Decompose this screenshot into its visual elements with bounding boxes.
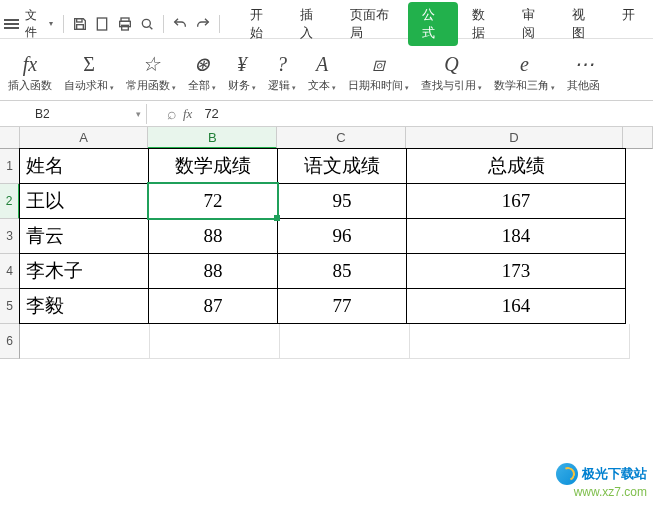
spreadsheet[interactable]: ABCD 1姓名数学成绩语文成绩总成绩2王以72951673青云88961844… xyxy=(0,127,653,359)
new-icon[interactable] xyxy=(92,13,112,35)
ribbon-icon: ? xyxy=(277,50,287,78)
watermark-logo-icon xyxy=(556,463,578,485)
cell[interactable]: 85 xyxy=(277,253,407,289)
ribbon-label: 财务 xyxy=(228,78,256,93)
cell[interactable]: 语文成绩 xyxy=(277,148,407,184)
fill-handle[interactable] xyxy=(274,215,280,221)
formula-input[interactable] xyxy=(198,106,498,121)
ribbon-插入函数[interactable]: fx插入函数 xyxy=(2,44,58,100)
fx-icon[interactable]: fx xyxy=(183,106,192,122)
col-header-A[interactable]: A xyxy=(20,127,149,149)
ribbon-数学和三角[interactable]: e数学和三角 xyxy=(488,44,561,100)
cell[interactable] xyxy=(410,324,630,359)
watermark: 极光下载站 www.xz7.com xyxy=(556,463,647,499)
svg-point-6 xyxy=(142,19,150,27)
print-icon[interactable] xyxy=(114,13,134,35)
ribbon-icon: ⋯ xyxy=(574,50,594,78)
row-header-4[interactable]: 4 xyxy=(0,254,20,289)
cell[interactable]: 青云 xyxy=(19,218,149,254)
cell[interactable]: 184 xyxy=(406,218,626,254)
ribbon-icon: fx xyxy=(23,50,37,78)
ribbon-label: 查找与引用 xyxy=(421,78,482,93)
ribbon-icon: ¥ xyxy=(237,50,247,78)
hamburger-icon[interactable] xyxy=(4,19,19,29)
formula-bar: ▾ ⌕ fx xyxy=(0,101,653,127)
tab-数据[interactable]: 数据 xyxy=(458,2,508,46)
cell[interactable]: 李毅 xyxy=(19,288,149,324)
ribbon-icon: A xyxy=(316,50,328,78)
ribbon-tabs: 开始插入页面布局公式数据审阅视图开 xyxy=(236,2,649,46)
undo-icon[interactable] xyxy=(170,13,190,35)
tab-公式[interactable]: 公式 xyxy=(408,2,458,46)
cell[interactable]: 88 xyxy=(148,253,278,289)
tab-开始[interactable]: 开始 xyxy=(236,2,286,46)
svg-rect-2 xyxy=(98,18,107,30)
ribbon-财务[interactable]: ¥财务 xyxy=(222,44,262,100)
row-header-2[interactable]: 2 xyxy=(0,184,20,219)
search-icon[interactable]: ⌕ xyxy=(167,105,177,123)
ribbon-逻辑[interactable]: ?逻辑 xyxy=(262,44,302,100)
cell[interactable]: 李木子 xyxy=(19,253,149,289)
cell[interactable]: 173 xyxy=(406,253,626,289)
col-header-D[interactable]: D xyxy=(406,127,624,149)
ribbon: fx插入函数Σ自动求和☆常用函数⊛全部¥财务?逻辑A文本⧇日期和时间Q查找与引用… xyxy=(0,39,653,101)
ribbon-查找与引用[interactable]: Q查找与引用 xyxy=(415,44,488,100)
cell[interactable]: 164 xyxy=(406,288,626,324)
ribbon-全部[interactable]: ⊛全部 xyxy=(182,44,222,100)
ribbon-日期和时间[interactable]: ⧇日期和时间 xyxy=(342,44,415,100)
ribbon-icon: ⊛ xyxy=(194,50,211,78)
ribbon-其他函[interactable]: ⋯其他函 xyxy=(561,44,606,100)
save-icon[interactable] xyxy=(70,13,90,35)
cell[interactable]: 77 xyxy=(277,288,407,324)
cell[interactable] xyxy=(150,324,280,359)
ribbon-自动求和[interactable]: Σ自动求和 xyxy=(58,44,120,100)
ribbon-label: 自动求和 xyxy=(64,78,114,93)
cell[interactable]: 88 xyxy=(148,218,278,254)
name-box[interactable] xyxy=(0,107,130,121)
cell[interactable]: 167 xyxy=(406,183,626,219)
tab-插入[interactable]: 插入 xyxy=(286,2,336,46)
ribbon-常用函数[interactable]: ☆常用函数 xyxy=(120,44,182,100)
ribbon-label: 数学和三角 xyxy=(494,78,555,93)
redo-icon[interactable] xyxy=(193,13,213,35)
cell[interactable]: 姓名 xyxy=(19,148,149,184)
cell[interactable] xyxy=(20,324,150,359)
row-header-3[interactable]: 3 xyxy=(0,219,20,254)
col-header[interactable] xyxy=(623,127,653,149)
cell[interactable] xyxy=(280,324,410,359)
row-header-5[interactable]: 5 xyxy=(0,289,20,324)
ribbon-icon: ☆ xyxy=(142,50,160,78)
cell[interactable]: 72 xyxy=(148,183,278,219)
tab-视图[interactable]: 视图 xyxy=(558,2,608,46)
preview-icon[interactable] xyxy=(137,13,157,35)
tab-审阅[interactable]: 审阅 xyxy=(508,2,558,46)
tab-页面布局[interactable]: 页面布局 xyxy=(336,2,408,46)
ribbon-label: 日期和时间 xyxy=(348,78,409,93)
ribbon-icon: ⧇ xyxy=(372,50,385,78)
select-all-corner[interactable] xyxy=(0,127,20,149)
cell[interactable]: 数学成绩 xyxy=(148,148,278,184)
ribbon-label: 逻辑 xyxy=(268,78,296,93)
cell[interactable]: 王以 xyxy=(19,183,149,219)
menubar: 文件 开始插入页面布局公式数据审阅视图开 xyxy=(0,9,653,39)
file-menu[interactable]: 文件 xyxy=(21,7,57,41)
ribbon-label: 文本 xyxy=(308,78,336,93)
ribbon-label: 常用函数 xyxy=(126,78,176,93)
row-header-6[interactable]: 6 xyxy=(0,324,20,359)
ribbon-label: 插入函数 xyxy=(8,78,52,93)
ribbon-文本[interactable]: A文本 xyxy=(302,44,342,100)
cell[interactable]: 总成绩 xyxy=(406,148,626,184)
cell[interactable]: 95 xyxy=(277,183,407,219)
ribbon-label: 其他函 xyxy=(567,78,600,93)
ribbon-label: 全部 xyxy=(188,78,216,93)
col-header-B[interactable]: B xyxy=(148,127,277,149)
cell[interactable]: 96 xyxy=(277,218,407,254)
tab-开[interactable]: 开 xyxy=(608,2,649,46)
namebox-dropdown-icon[interactable]: ▾ xyxy=(130,109,146,119)
col-header-C[interactable]: C xyxy=(277,127,406,149)
ribbon-icon: e xyxy=(520,50,529,78)
cell[interactable]: 87 xyxy=(148,288,278,324)
svg-rect-0 xyxy=(76,18,81,21)
row-header-1[interactable]: 1 xyxy=(0,149,20,184)
ribbon-icon: Q xyxy=(444,50,458,78)
